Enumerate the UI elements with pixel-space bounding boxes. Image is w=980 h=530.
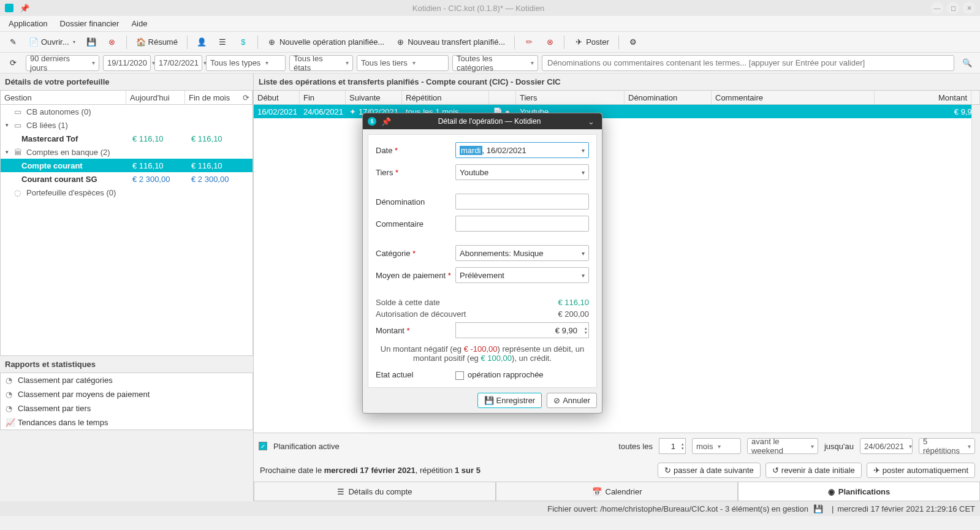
reconciled-label: opération rapprochée: [468, 370, 544, 379]
type-select[interactable]: Tous les types: [206, 55, 286, 71]
maximize-button[interactable]: ◻: [947, 2, 959, 14]
denomination-input[interactable]: [455, 194, 589, 210]
titlebar: 📌 Kotidien - CIC.kot (0.1.8)* — Kotidien…: [0, 0, 980, 16]
col-fin[interactable]: Fin: [300, 91, 346, 104]
chevron-down-icon[interactable]: ⌄: [585, 117, 597, 126]
pie-icon: ◔: [6, 404, 14, 413]
poster-button[interactable]: ✈Poster: [569, 34, 613, 51]
tab-calendar[interactable]: 📅Calendrier: [496, 482, 738, 501]
col-gestion[interactable]: Gestion: [1, 91, 126, 104]
report-by-category[interactable]: ◔Classement par catégories: [1, 373, 253, 387]
reset-date-button[interactable]: ↺revenir à date initiale: [765, 463, 862, 478]
menu-application[interactable]: Application: [2, 17, 54, 31]
menu-aide[interactable]: Aide: [125, 17, 153, 31]
item-mastercard[interactable]: Mastercard Tof€ 116,10€ 116,10: [1, 132, 253, 145]
operations-title: Liste des opérations et transferts plani…: [254, 74, 980, 90]
pie-icon: ◔: [6, 390, 14, 399]
col-tiers[interactable]: Tiers: [516, 91, 625, 104]
new-button[interactable]: ✎: [4, 34, 22, 51]
until-date-select[interactable]: 24/06/2021: [860, 438, 913, 454]
payment-method-select[interactable]: Prélèvement: [455, 267, 589, 283]
comment-input[interactable]: [455, 216, 589, 232]
close-file-button[interactable]: ⊗: [103, 34, 121, 51]
report-trends[interactable]: 📈Tendances dans le temps: [1, 415, 253, 430]
repeat-unit-select[interactable]: mois: [692, 438, 741, 454]
date-to-select[interactable]: 17/02/2021: [154, 55, 202, 71]
resume-label: Résumé: [148, 37, 178, 47]
search-input[interactable]: [542, 55, 954, 71]
tiers-select[interactable]: Tous les tiers: [357, 55, 449, 71]
scrollbar-header: [971, 91, 980, 104]
refresh-filter-button[interactable]: ⟳: [4, 55, 22, 72]
col-commentaire[interactable]: Commentaire: [712, 91, 875, 104]
col-debut[interactable]: Début: [254, 91, 300, 104]
list-icon: ☰: [218, 37, 227, 47]
status-date: mercredi 17 février 2021 21:29:16 CET: [837, 504, 975, 513]
reconciled-checkbox[interactable]: [455, 371, 464, 380]
window-title: Kotidien - CIC.kot (0.1.8)* — Kotidien: [29, 4, 927, 13]
cancel-icon: ⊘: [553, 396, 560, 405]
list-button[interactable]: ☰: [213, 34, 232, 51]
user-icon: 👤: [197, 37, 207, 47]
send-icon: ✈: [574, 37, 583, 47]
reps-select[interactable]: 5 répétitions: [919, 438, 975, 454]
dialog-app-icon: $: [368, 117, 376, 126]
state-select[interactable]: Tous les états: [289, 55, 353, 71]
group-cb-autonomes[interactable]: ▭CB autonomes (0): [1, 105, 253, 118]
item-courant-sg[interactable]: Courant courant SG€ 2 300,00€ 2 300,00: [1, 172, 253, 186]
col-denomination[interactable]: Dénomination: [625, 91, 712, 104]
open-button[interactable]: 📄Ouvrir...▾: [25, 34, 80, 51]
cancel-button[interactable]: ⊘Annuler: [547, 393, 597, 408]
user-button[interactable]: 👤: [192, 34, 211, 51]
category-select[interactable]: Abonnements: Musique: [455, 245, 589, 261]
close-button[interactable]: ✕: [963, 2, 975, 14]
settings-button[interactable]: ⚙: [624, 34, 642, 51]
group-cb-liees[interactable]: ▾▭CB liées (1): [1, 118, 253, 132]
pin-icon[interactable]: 📌: [379, 117, 393, 126]
collapse-icon[interactable]: ▾: [6, 122, 14, 128]
collapse-icon[interactable]: ▾: [6, 149, 14, 155]
new-planned-transfer-button[interactable]: ⊕Nouveau transfert planifié...: [391, 34, 509, 51]
amount-input[interactable]: € 9,90: [455, 322, 589, 338]
scrollbar[interactable]: [971, 105, 980, 433]
date-range-select[interactable]: 90 derniers jours: [26, 55, 99, 71]
item-compte-courant[interactable]: Compte courant€ 116,10€ 116,10: [1, 159, 253, 172]
next-date-button[interactable]: ↻passer à date suivante: [658, 463, 761, 478]
refresh-icon: ⟳: [8, 58, 18, 68]
x-circle-icon: ⊗: [107, 37, 117, 47]
planning-active-checkbox[interactable]: ✓: [259, 442, 267, 450]
group-bank-accounts[interactable]: ▾🏛Comptes en banque (2): [1, 145, 253, 159]
col-eom[interactable]: Fin de mois⟳: [185, 91, 253, 104]
minimize-button[interactable]: —: [931, 2, 943, 14]
menu-dossier[interactable]: Dossier financier: [54, 17, 126, 31]
tab-planifications[interactable]: ◉Planifications: [738, 482, 980, 501]
save-button[interactable]: 💾: [82, 34, 101, 51]
tiers-input[interactable]: Youtube: [455, 164, 589, 180]
calc-button[interactable]: $: [234, 34, 253, 51]
new-planned-op-button[interactable]: ⊕Nouvelle opération planifiée...: [263, 34, 389, 51]
auto-post-button[interactable]: ✈poster automatiquement: [867, 463, 975, 478]
date-input[interactable]: mardi, 16/02/2021: [455, 142, 589, 158]
col-repetition[interactable]: Répétition: [402, 91, 489, 104]
category-select[interactable]: Toutes les catégories: [452, 55, 538, 71]
col-suivante[interactable]: Suivante: [346, 91, 402, 104]
delete-op-button[interactable]: ⊗: [541, 34, 559, 51]
search-button[interactable]: 🔍: [958, 55, 976, 72]
bottom-tabs: ☰Détails du compte 📅Calendrier ◉Planific…: [254, 482, 980, 501]
dialog-titlebar[interactable]: $ 📌 Détail de l'opération — Kotidien ⌄: [363, 113, 602, 129]
col-today[interactable]: Aujourd'hui: [126, 91, 185, 104]
tab-details[interactable]: ☰Détails du compte: [254, 482, 496, 501]
col-montant[interactable]: Montant: [875, 91, 971, 104]
save-button[interactable]: 💾Enregistrer: [477, 393, 542, 408]
repeat-count-input[interactable]: 1: [659, 438, 686, 454]
date-from-select[interactable]: 19/11/2020: [103, 55, 151, 71]
group-cash[interactable]: ◌Portefeuille d'espèces (0): [1, 186, 253, 199]
edit-op-button[interactable]: ✏: [520, 34, 538, 51]
col-icons[interactable]: [489, 91, 516, 104]
when-select[interactable]: avant le weekend: [747, 438, 818, 454]
report-by-payment[interactable]: ◔Classement par moyens de paiement: [1, 387, 253, 401]
report-by-tiers[interactable]: ◔Classement par tiers: [1, 401, 253, 415]
refresh-icon[interactable]: ⟳: [243, 93, 249, 102]
resume-button[interactable]: 🏠Résumé: [132, 34, 182, 51]
pin-icon[interactable]: 📌: [20, 4, 29, 13]
